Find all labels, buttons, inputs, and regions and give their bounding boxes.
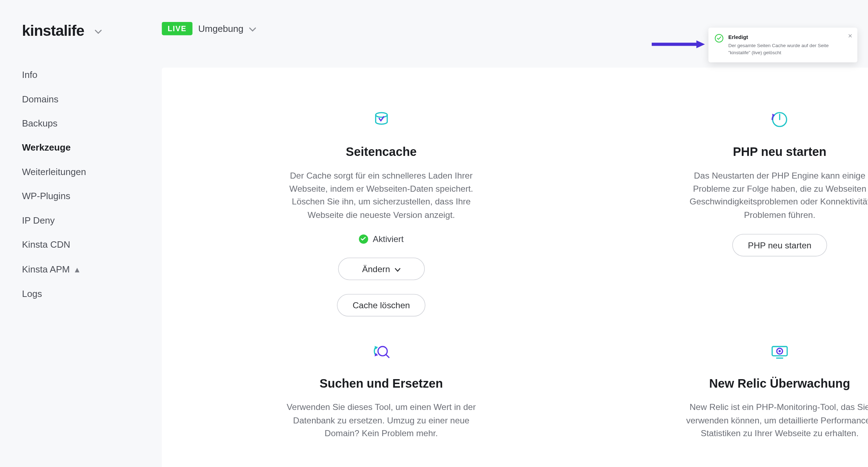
button-label: PHP neu starten (748, 240, 811, 250)
sidebar-item-label: Weiterleitungen (22, 167, 86, 177)
tool-title: Suchen und Ersetzen (196, 377, 566, 390)
toast-message: Der gesamte Seiten Cache wurde auf der S… (728, 42, 842, 56)
button-label: Cache löschen (352, 300, 410, 310)
newrelic-icon (595, 339, 868, 362)
svg-point-0 (375, 113, 387, 117)
environment-label: Umgebung (198, 23, 244, 34)
site-name: kinstalife (22, 22, 84, 40)
sidebar-item-kinsta-cdn[interactable]: Kinsta CDN (22, 233, 104, 257)
sidebar-item-kinsta-apm[interactable]: Kinsta APM ▴ (22, 257, 104, 282)
sidebar-item-label: Backups (22, 118, 57, 128)
tool-description: Verwenden Sie dieses Tool, um einen Wert… (283, 401, 479, 440)
sidebar-item-logs[interactable]: Logs (22, 282, 104, 306)
close-icon[interactable]: ✕ (848, 33, 852, 39)
sidebar-item-label: Info (22, 70, 38, 80)
sidebar-item-backups[interactable]: Backups (22, 112, 104, 136)
tools-panel: SeitencacheDer Cache sorgt für ein schne… (162, 68, 868, 467)
cache-icon (196, 108, 566, 131)
sidebar-item-label: Domains (22, 94, 59, 104)
sidebar-item-label: IP Deny (22, 215, 55, 225)
tool-card-new-relic-berwachung: New Relic ÜberwachungNew Relic ist ein P… (589, 339, 868, 452)
svg-point-20 (779, 350, 781, 353)
tool-title: PHP neu starten (595, 145, 868, 159)
sidebar-item-weiterleitungen[interactable]: Weiterleitungen (22, 160, 104, 184)
status-label: Aktiviert (373, 234, 404, 244)
site-switcher[interactable]: kinstalife (22, 22, 104, 40)
tool-description: New Relic ist ein PHP-Monitoring-Tool, d… (681, 401, 868, 440)
status-badge: Aktiviert (196, 234, 566, 244)
sidebar-item-wp-plugins[interactable]: WP-Plugins (22, 184, 104, 208)
sidebar-item-label: Kinsta CDN (22, 240, 70, 249)
button-label: Ändern (362, 264, 390, 274)
chevron-down-icon (95, 26, 102, 35)
svg-line-15 (386, 355, 389, 358)
clear-cache-button[interactable]: Cache löschen (337, 294, 425, 317)
sidebar-item-label: Werkzeuge (22, 143, 71, 153)
chevron-down-icon (395, 264, 400, 274)
annotation-arrow-icon (652, 40, 705, 50)
tool-description: Der Cache sorgt für ein schnelleres Lade… (283, 169, 479, 221)
sidebar-item-werkzeuge[interactable]: Werkzeuge (22, 136, 104, 160)
toast-notification: Erledigt Der gesamte Seiten Cache wurde … (708, 28, 857, 62)
tool-title: Seitencache (196, 145, 566, 159)
toast-title: Erledigt (728, 34, 842, 40)
environment-badge: LIVE (162, 22, 192, 35)
success-check-icon (715, 34, 723, 43)
new-badge-icon: ▴ (72, 265, 79, 275)
sidebar-item-label: WP-Plugins (22, 191, 70, 201)
tool-card-suchen-und-ersetzen: Suchen und ErsetzenVerwenden Sie dieses … (191, 339, 572, 452)
tool-card-seitencache: SeitencacheDer Cache sorgt für ein schne… (191, 108, 572, 316)
change-cache-button[interactable]: Ändern (338, 258, 424, 280)
restart-php-button[interactable]: PHP neu starten (732, 234, 827, 257)
sidebar-item-info[interactable]: Info (22, 63, 104, 87)
tool-description: Das Neustarten der PHP Engine kann einig… (681, 169, 868, 221)
search-replace-icon (196, 339, 566, 362)
check-icon (359, 234, 368, 243)
svg-marker-26 (696, 40, 705, 48)
sidebar-item-label: Logs (22, 289, 42, 299)
chevron-down-icon (249, 24, 256, 33)
tool-card-php-neu-starten: PHP neu startenDas Neustarten der PHP En… (589, 108, 868, 316)
restart-php-icon (595, 108, 868, 131)
sidebar-nav: InfoDomainsBackupsWerkzeugeWeiterleitung… (22, 63, 104, 306)
sidebar-item-ip-deny[interactable]: IP Deny (22, 208, 104, 232)
sidebar-item-label: Kinsta APM (22, 265, 70, 275)
sidebar-item-domains[interactable]: Domains (22, 87, 104, 111)
tool-title: New Relic Überwachung (595, 377, 868, 390)
